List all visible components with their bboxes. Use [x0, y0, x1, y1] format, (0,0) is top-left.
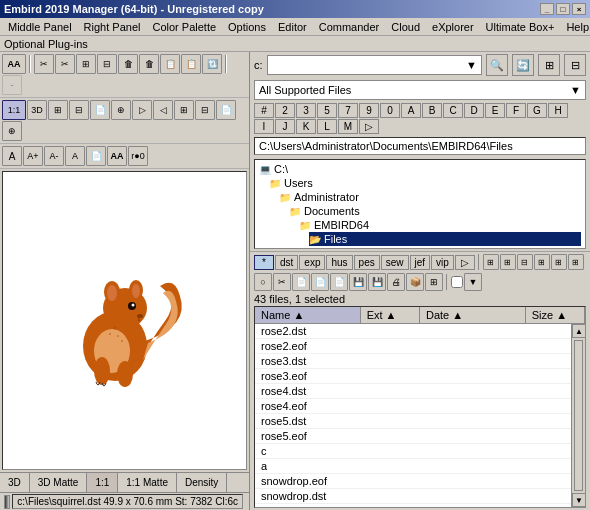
letter-3[interactable]: 3	[296, 103, 316, 118]
col-header-ext[interactable]: Ext ▲	[361, 307, 420, 323]
aa2-button[interactable]: AA	[107, 146, 127, 166]
letter-A[interactable]: A	[401, 103, 421, 118]
play-button[interactable]: ▷	[132, 100, 152, 120]
drive-grid-icon[interactable]: ⊞	[538, 54, 560, 76]
tab-density[interactable]: Density	[177, 473, 227, 492]
extra2-btn4[interactable]: ⊕	[2, 121, 22, 141]
tree-item-drive[interactable]: 💻 C:\	[259, 162, 581, 176]
doc-button[interactable]: 📄	[86, 146, 106, 166]
menu-middle-panel[interactable]: Middle Panel	[2, 20, 78, 34]
text-a-button[interactable]: A	[2, 146, 22, 166]
menu-ultimate-box[interactable]: Ultimate Box+	[480, 20, 561, 34]
shape-btn1[interactable]: ○	[254, 273, 272, 291]
letter-K[interactable]: K	[296, 119, 316, 134]
tree-item-administrator[interactable]: 📁 Administrator	[279, 190, 581, 204]
tree-item-users[interactable]: 📁 Users	[269, 176, 581, 190]
letter-5[interactable]: 5	[317, 103, 337, 118]
zoom-in-button[interactable]: ⊞	[48, 100, 68, 120]
view-btn4[interactable]: ⊞	[534, 254, 550, 270]
shape-btn8[interactable]: 🖨	[387, 273, 405, 291]
3d-button[interactable]: 3D	[27, 100, 47, 120]
text-aminus-button[interactable]: A-	[44, 146, 64, 166]
shape-btn5[interactable]: 📄	[330, 273, 348, 291]
minimize-button[interactable]: _	[540, 3, 554, 15]
filter-combo[interactable]: All Supported Files ▼	[254, 80, 586, 100]
letter-2[interactable]: 2	[275, 103, 295, 118]
checkbox[interactable]	[451, 276, 463, 288]
fmt-sew[interactable]: sew	[381, 255, 409, 270]
extra-btn1[interactable]: -	[2, 75, 22, 95]
add-stitch-button[interactable]: ⊕	[111, 100, 131, 120]
view-btn6[interactable]: ⊞	[568, 254, 584, 270]
letter-G[interactable]: G	[527, 103, 547, 118]
tree-item-embird64[interactable]: 📁 EMBIRD64	[299, 218, 581, 232]
letter-H[interactable]: H	[548, 103, 568, 118]
drive-refresh-icon[interactable]: 🔄	[512, 54, 534, 76]
shape-btn4[interactable]: 📄	[311, 273, 329, 291]
fmt-hus[interactable]: hus	[326, 255, 352, 270]
fmt-dst[interactable]: dst	[275, 255, 298, 270]
letter-L[interactable]: L	[317, 119, 337, 134]
menu-commander[interactable]: Commander	[313, 20, 386, 34]
maximize-button[interactable]: □	[556, 3, 570, 15]
shape-btn10[interactable]: ⊞	[425, 273, 443, 291]
refresh-button[interactable]: 🔃	[202, 54, 222, 74]
grid-add-button[interactable]: ⊞	[76, 54, 96, 74]
menu-color-palette[interactable]: Color Palette	[146, 20, 222, 34]
letter-C[interactable]: C	[443, 103, 463, 118]
zoom-out-button[interactable]: ⊟	[69, 100, 89, 120]
dropdown-btn[interactable]: ▼	[464, 273, 482, 291]
fmt-more[interactable]: ▷	[455, 255, 475, 270]
menu-help[interactable]: Help	[560, 20, 590, 34]
tab-3d[interactable]: 3D	[0, 473, 30, 492]
drive-combo[interactable]: ▼	[267, 55, 482, 75]
letter-D[interactable]: D	[464, 103, 484, 118]
tab-3d-matte[interactable]: 3D Matte	[30, 473, 88, 492]
fmt-vip[interactable]: vip	[431, 255, 454, 270]
cut2-button[interactable]: ✂	[55, 54, 75, 74]
menu-options[interactable]: Options	[222, 20, 272, 34]
shape-btn7[interactable]: 💾	[368, 273, 386, 291]
letter-J[interactable]: J	[275, 119, 295, 134]
vertical-scrollbar[interactable]: ▲ ▼	[571, 324, 585, 507]
col-header-size[interactable]: Size ▲	[526, 307, 585, 323]
shape-btn6[interactable]: 💾	[349, 273, 367, 291]
fmt-pes[interactable]: pes	[354, 255, 380, 270]
tree-item-files[interactable]: 📂 Files	[309, 232, 581, 246]
clipboard2-button[interactable]: 📋	[181, 54, 201, 74]
letter-7[interactable]: 7	[338, 103, 358, 118]
letter-0[interactable]: 0	[380, 103, 400, 118]
tree-item-documents[interactable]: 📁 Documents	[289, 204, 581, 218]
file-row[interactable]: rose5.eof	[255, 429, 571, 444]
fmt-all[interactable]: *	[254, 255, 274, 270]
fmt-jef[interactable]: jef	[410, 255, 431, 270]
view-btn2[interactable]: ⊞	[500, 254, 516, 270]
delete-button[interactable]: 🗑	[118, 54, 138, 74]
menu-explorer[interactable]: eXplorer	[426, 20, 480, 34]
scroll-thumb[interactable]	[574, 340, 583, 491]
letter-more[interactable]: ▷	[359, 119, 379, 134]
grid-remove-button[interactable]: ⊟	[97, 54, 117, 74]
recolor-button[interactable]: r●0	[128, 146, 148, 166]
letter-I[interactable]: I	[254, 119, 274, 134]
letter-F[interactable]: F	[506, 103, 526, 118]
shape-btn2[interactable]: ✂	[273, 273, 291, 291]
menu-right-panel[interactable]: Right Panel	[78, 20, 147, 34]
extra2-btn3[interactable]: 📄	[216, 100, 236, 120]
col-header-date[interactable]: Date ▲	[420, 307, 526, 323]
file-row[interactable]: rose2.dst	[255, 324, 571, 339]
delete2-button[interactable]: 🗑	[139, 54, 159, 74]
file-row[interactable]: rose3.eof	[255, 369, 571, 384]
menu-cloud[interactable]: Cloud	[385, 20, 426, 34]
file-row[interactable]: rose2.eof	[255, 339, 571, 354]
tab-1-1-matte[interactable]: 1:1 Matte	[118, 473, 177, 492]
file-view-button[interactable]: 📄	[90, 100, 110, 120]
file-row[interactable]: rose5.dst	[255, 414, 571, 429]
view-btn1[interactable]: ⊞	[483, 254, 499, 270]
text-aplus-button[interactable]: A+	[23, 146, 43, 166]
scroll-up-arrow[interactable]: ▲	[572, 324, 585, 338]
cut-button[interactable]: ✂	[34, 54, 54, 74]
drive-icon4[interactable]: ⊟	[564, 54, 586, 76]
letter-E[interactable]: E	[485, 103, 505, 118]
extra2-btn1[interactable]: ⊞	[174, 100, 194, 120]
